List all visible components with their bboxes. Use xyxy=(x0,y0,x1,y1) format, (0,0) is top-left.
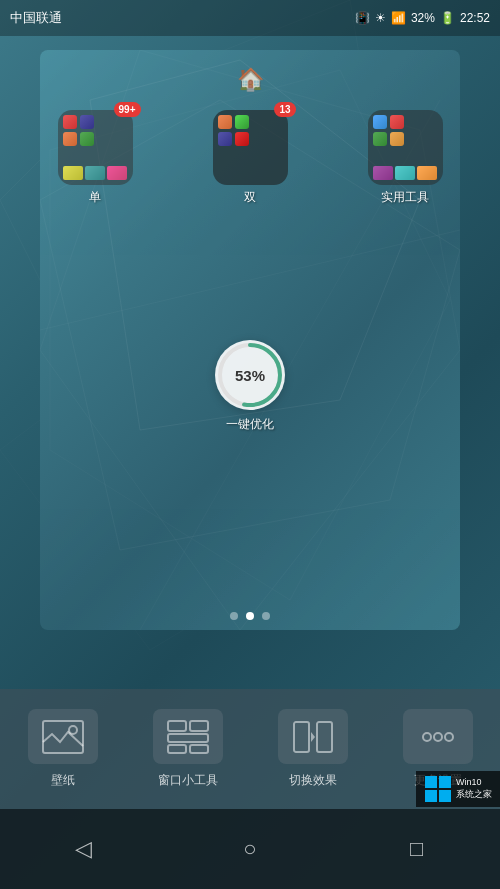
wallpaper-label: 壁纸 xyxy=(51,772,75,789)
folder-single-badge: 99+ xyxy=(114,102,141,117)
toolbar-widgets[interactable]: 窗口小工具 xyxy=(133,709,243,789)
svg-rect-20 xyxy=(317,722,332,752)
widgets-icon-box xyxy=(153,709,223,764)
signal-text: 32% xyxy=(411,11,435,25)
optimize-button[interactable]: 53% 一键优化 xyxy=(215,340,285,433)
svg-rect-28 xyxy=(439,790,451,802)
battery-icon: 🔋 xyxy=(440,11,455,25)
more-settings-icon-box xyxy=(403,709,473,764)
folder-tools[interactable]: 实用工具 xyxy=(360,110,450,206)
folder-single[interactable]: 99+ 单 xyxy=(50,110,140,206)
wallpaper-icon-box xyxy=(28,709,98,764)
brightness-icon: ☀ xyxy=(375,11,386,25)
status-bar: 中国联通 📳 ☀ 📶 32% 🔋 22:52 xyxy=(0,0,500,36)
wallpaper-icon xyxy=(42,720,84,754)
svg-rect-19 xyxy=(294,722,309,752)
page-dots xyxy=(230,612,270,620)
svg-point-24 xyxy=(445,733,453,741)
svg-rect-15 xyxy=(190,721,208,731)
win10-text: Win10 系统之家 xyxy=(456,777,492,800)
nav-bar: ◁ ○ □ xyxy=(0,809,500,889)
svg-rect-16 xyxy=(168,734,208,742)
transitions-icon xyxy=(292,720,334,754)
widgets-label: 窗口小工具 xyxy=(158,772,218,789)
svg-marker-21 xyxy=(311,732,315,742)
dot-2[interactable] xyxy=(246,612,254,620)
dot-3[interactable] xyxy=(262,612,270,620)
svg-rect-18 xyxy=(190,745,208,753)
svg-point-13 xyxy=(69,726,77,734)
transitions-label: 切换效果 xyxy=(289,772,337,789)
status-icons: 📳 ☀ 📶 32% 🔋 22:52 xyxy=(355,11,490,25)
carrier-label: 中国联通 xyxy=(10,9,62,27)
folder-tools-label: 实用工具 xyxy=(381,189,429,206)
dot-1[interactable] xyxy=(230,612,238,620)
svg-rect-26 xyxy=(439,776,451,788)
svg-rect-27 xyxy=(425,790,437,802)
folder-double[interactable]: 13 双 xyxy=(205,110,295,206)
win10-line1: Win10 xyxy=(456,777,492,789)
transitions-icon-box xyxy=(278,709,348,764)
apps-row: 99+ 单 13 xyxy=(50,110,450,206)
win10-badge: Win10 系统之家 xyxy=(416,771,500,807)
toolbar-wallpaper[interactable]: 壁纸 xyxy=(8,709,118,789)
svg-point-23 xyxy=(434,733,442,741)
optimize-label: 一键优化 xyxy=(226,416,274,433)
nav-home-button[interactable]: ○ xyxy=(220,824,280,874)
toolbar-transitions[interactable]: 切换效果 xyxy=(258,709,368,789)
widgets-icon xyxy=(167,720,209,754)
vibrate-icon: 📳 xyxy=(355,11,370,25)
wifi-icon: 📶 xyxy=(391,11,406,25)
optimize-circle: 53% xyxy=(215,340,285,410)
svg-rect-14 xyxy=(168,721,186,731)
card-home-icon: 🏠 xyxy=(232,62,268,98)
svg-rect-17 xyxy=(168,745,186,753)
nav-recents-button[interactable]: □ xyxy=(387,824,447,874)
svg-rect-25 xyxy=(425,776,437,788)
folder-double-badge: 13 xyxy=(274,102,295,117)
home-screen-card: 🏠 99+ 单 xyxy=(40,50,460,630)
time-label: 22:52 xyxy=(460,11,490,25)
win10-logo-icon xyxy=(424,775,452,803)
optimize-percent: 53% xyxy=(235,367,265,384)
svg-point-22 xyxy=(423,733,431,741)
more-settings-icon xyxy=(417,720,459,754)
svg-line-8 xyxy=(40,230,460,330)
win10-line2: 系统之家 xyxy=(456,789,492,801)
folder-double-label: 双 xyxy=(244,189,256,206)
nav-back-button[interactable]: ◁ xyxy=(53,824,113,874)
folder-single-label: 单 xyxy=(89,189,101,206)
